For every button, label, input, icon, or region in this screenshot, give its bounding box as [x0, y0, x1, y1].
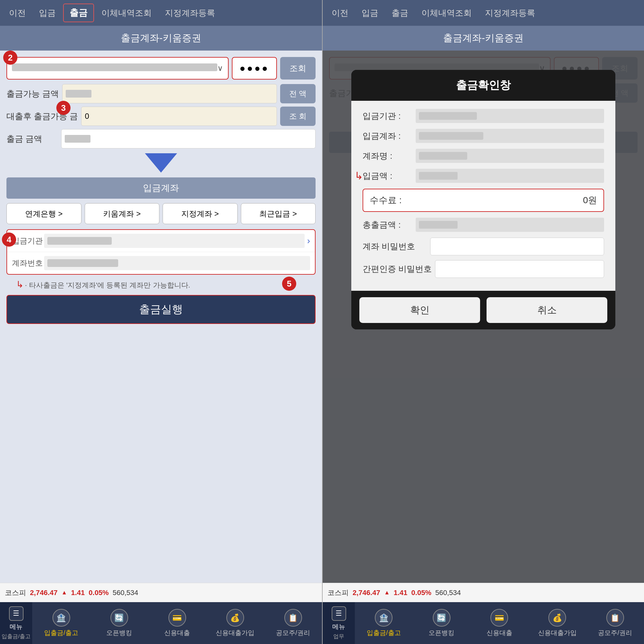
status-label-right: 코스피 — [327, 588, 349, 598]
modal-box: 출금확인창 입금기관 : 입금계좌 : 계좌명 : — [351, 70, 615, 329]
status-change-left: 1.41 — [71, 589, 85, 597]
account-row: ∨ ●●●● 조회 — [6, 57, 316, 80]
modal-overlay: 출금확인창 입금기관 : 입금계좌 : 계좌명 : — [323, 51, 644, 583]
form-area-right: ∨ ●●●● 조회 출금가능 금액 전 액 입금계좌 출금확인창 — [323, 51, 644, 583]
full-amount-btn[interactable]: 전 액 — [280, 84, 316, 103]
form-area-left: 2 ∨ ●●●● 조회 출금가능 금액 전 액 3 대출후 출금 — [0, 51, 322, 583]
nav-account-reg-left[interactable]: 지정계좌등록 — [159, 5, 221, 21]
status-bar-right: 코스피 2,746.47 ▲ 1.41 0.05% 560,534 — [323, 583, 644, 602]
modal-label-3: 입금액 : — [363, 170, 411, 182]
nav-deposit-left[interactable]: 입금 — [33, 5, 62, 21]
modal-title: 출금확인창 — [351, 70, 615, 101]
modal-row-0: 입금기관 : — [363, 109, 604, 123]
modal-value-1 — [416, 129, 604, 143]
nav-tab3-right[interactable]: 💳 신용대출 — [470, 602, 528, 644]
tab1-icon-left: 🏦 — [52, 609, 70, 627]
deposit-period-row: 입금기관 › — [7, 230, 315, 252]
modal-row-5: 총출금액 : — [363, 218, 604, 232]
top-nav-left: 이전 입금 출금 이체내역조회 지정계좌등록 — [0, 0, 322, 26]
ingeum-section: 입금계좌 — [6, 177, 316, 199]
nav-tab4-right[interactable]: 💰 신용대출가입 — [528, 602, 586, 644]
account-pw-row: 계좌 비밀번호 — [363, 238, 604, 255]
account-pw-label: 계좌 비밀번호 — [363, 241, 427, 252]
withdraw-amount-input[interactable] — [61, 129, 316, 148]
available-value — [62, 84, 277, 103]
tab5-label-left: 공모주/권리 — [276, 629, 310, 637]
status-volume-left: 560,534 — [113, 589, 138, 597]
lookup-btn-2[interactable]: 조 회 — [280, 107, 316, 126]
nav-tab3-left[interactable]: 💳 신용대출 — [148, 602, 206, 644]
nav-prev-right[interactable]: 이전 — [326, 5, 354, 21]
withdraw-amount-row: 출금 금액 — [6, 129, 316, 148]
withdraw-amount-label: 출금 금액 — [6, 133, 58, 145]
account-pw-input[interactable] — [430, 238, 604, 255]
status-value-left: 2,746.47 — [30, 589, 58, 597]
account-number-label: 계좌번호 — [12, 258, 44, 268]
modal-label-5: 총출금액 : — [363, 219, 411, 231]
modal-value-5 — [416, 218, 604, 232]
tab4-label-right: 신용대출가입 — [538, 629, 577, 637]
nav-tab1-right[interactable]: 🏦 입출금/출고 — [355, 602, 413, 644]
step2-badge: 2 — [3, 51, 17, 65]
tab4-label-left: 신용대출가입 — [216, 629, 254, 637]
right-panel: 이전 입금 출금 이체내역조회 지정계좌등록 출금계좌-키움증권 ∨ ●●●● … — [322, 0, 644, 644]
modal-confirm-btn[interactable]: 확인 — [359, 297, 480, 323]
execute-btn[interactable]: 출금실행 — [6, 295, 316, 324]
status-value-right: 2,746.47 — [353, 589, 380, 597]
tab3-label-right: 신용대출 — [487, 629, 512, 637]
deposit-period-value[interactable] — [44, 234, 305, 248]
red-arrow-icon: ↳ — [355, 170, 363, 182]
nav-withdraw-left[interactable]: 출금 — [63, 4, 94, 22]
tab4-icon-left: 💰 — [226, 609, 244, 627]
nav-prev-left[interactable]: 이전 — [3, 5, 32, 21]
step4-badge: 4 — [2, 232, 16, 247]
bank-btn-3[interactable]: 최근입금 > — [241, 203, 316, 224]
section-title-left: 출금계좌-키움증권 — [0, 26, 322, 51]
nav-withdraw-right[interactable]: 출금 — [386, 5, 414, 21]
modal-cancel-btn[interactable]: 취소 — [487, 297, 607, 323]
nav-tab4-left[interactable]: 💰 신용대출가입 — [206, 602, 264, 644]
account-select[interactable]: ∨ — [6, 57, 229, 80]
password-dots: ●●●● — [240, 63, 269, 74]
step3-badge: 3 — [56, 101, 71, 115]
tab2-label-right: 오픈뱅킹 — [429, 629, 454, 637]
menu-sub-left: 입출금/출고 — [2, 633, 31, 640]
tab1-label-left: 입출금/출고 — [44, 629, 78, 637]
tab3-icon-left: 💳 — [168, 609, 186, 627]
nav-history-right[interactable]: 이체내역조회 — [416, 5, 478, 21]
lookup-btn-1[interactable]: 조회 — [280, 57, 316, 80]
nav-tab1-left[interactable]: 🏦 입출금/출고 — [32, 602, 90, 644]
modal-buttons: 확인 취소 — [351, 291, 615, 329]
password-box[interactable]: ●●●● — [232, 57, 277, 80]
status-pct-right: 0.05% — [411, 589, 431, 597]
modal-value-2 — [416, 149, 604, 163]
tab3-label-left: 신용대출 — [164, 629, 190, 637]
menu-btn-right[interactable]: ☰ 메뉴 업무 — [323, 602, 355, 644]
nav-tab5-right[interactable]: 📋 공모주/권리 — [586, 602, 644, 644]
tab2-icon-left: 🔄 — [110, 609, 128, 627]
simple-pw-row: 간편인증 비밀번호 — [363, 260, 604, 278]
tab2-icon-right: 🔄 — [433, 609, 450, 627]
menu-btn-left[interactable]: ☰ 메뉴 입출금/출고 — [0, 602, 32, 644]
bank-btn-2[interactable]: 지정계좌 > — [163, 203, 238, 224]
notice-arrow-icon: ↳ — [16, 279, 24, 289]
modal-label-2: 계좌명 : — [363, 150, 411, 162]
chevron-down-icon: ∨ — [217, 64, 223, 73]
menu-icon-left: ☰ — [9, 606, 24, 621]
bank-btn-0[interactable]: 연계은행 > — [6, 203, 81, 224]
account-number-value[interactable] — [44, 256, 310, 270]
nav-tab2-right[interactable]: 🔄 오픈뱅킹 — [413, 602, 471, 644]
modal-fee-value: 0원 — [412, 194, 597, 206]
bank-btn-1[interactable]: 키움계좌 > — [85, 203, 160, 224]
top-nav-right: 이전 입금 출금 이체내역조회 지정계좌등록 — [323, 0, 644, 26]
account-number-row: 계좌번호 — [7, 252, 315, 274]
modal-row-1: 입금계좌 : — [363, 129, 604, 143]
nav-tab5-left[interactable]: 📋 공모주/권리 — [264, 602, 322, 644]
modal-label-1: 입금계좌 : — [363, 130, 411, 142]
nav-history-left[interactable]: 이체내역조회 — [96, 5, 157, 21]
nav-tab2-left[interactable]: 🔄 오픈뱅킹 — [90, 602, 148, 644]
simple-pw-input[interactable] — [435, 260, 604, 278]
nav-deposit-right[interactable]: 입금 — [356, 5, 384, 21]
tab5-label-right: 공모주/권리 — [598, 629, 632, 637]
nav-account-reg-right[interactable]: 지정계좌등록 — [479, 5, 541, 21]
